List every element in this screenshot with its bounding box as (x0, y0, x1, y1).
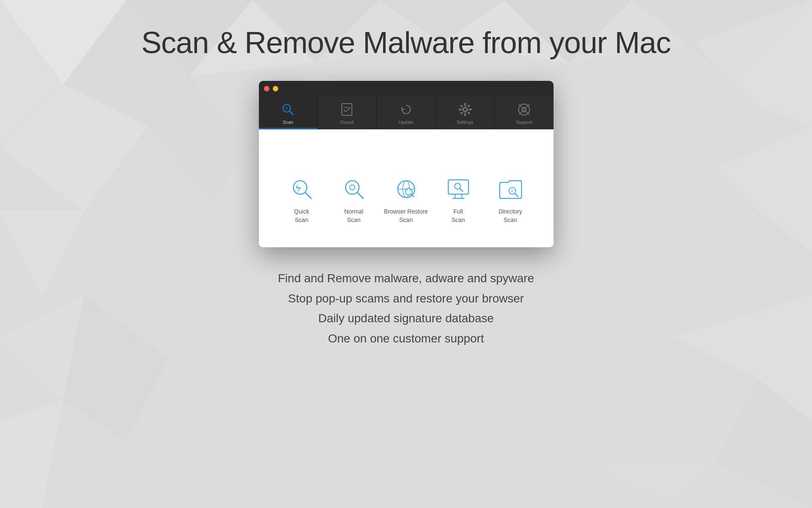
svg-point-39 (461, 105, 463, 107)
minimize-button[interactable] (273, 86, 278, 91)
svg-text:@: @ (521, 107, 527, 113)
normal-scan-label: NormalScan (344, 208, 363, 224)
tab-found-label: Found (341, 120, 354, 125)
quick-scan-icon (288, 176, 315, 203)
found-tab-icon (339, 102, 354, 117)
directory-scan-label: DirectoryScan (498, 208, 522, 224)
svg-line-29 (290, 111, 293, 115)
svg-point-42 (461, 112, 463, 114)
feature-line-1: Find and Remove malware, adware and spyw… (278, 268, 534, 289)
quick-scan-button[interactable]: QuickScan (279, 176, 325, 224)
features-section: Find and Remove malware, adware and spyw… (278, 268, 534, 348)
svg-line-53 (357, 193, 363, 198)
svg-rect-60 (448, 180, 469, 194)
svg-point-35 (464, 103, 466, 105)
full-scan-icon (445, 176, 472, 203)
svg-point-68 (511, 190, 514, 192)
browser-restore-scan-icon (393, 176, 420, 203)
tab-support[interactable]: @ Support (495, 96, 553, 129)
svg-point-54 (350, 185, 355, 190)
tab-scan[interactable]: Scan (259, 96, 318, 129)
svg-line-51 (305, 193, 311, 198)
close-button[interactable] (264, 86, 269, 91)
svg-point-37 (458, 109, 461, 111)
tab-support-label: Support (516, 120, 532, 125)
svg-point-38 (469, 109, 471, 111)
browser-restore-scan-button[interactable]: Browser RestoreScan (383, 176, 429, 224)
normal-scan-icon (341, 176, 367, 203)
settings-tab-icon (458, 102, 473, 117)
tab-update[interactable]: Update (377, 96, 436, 129)
svg-rect-31 (342, 104, 352, 115)
update-tab-icon (399, 102, 414, 117)
tab-settings-label: Settings (457, 120, 474, 125)
full-scan-label: FullScan (452, 208, 465, 224)
tab-update-label: Update (399, 120, 413, 125)
scan-tab-icon (280, 102, 296, 117)
page-headline: Scan & Remove Malware from your Mac (141, 25, 671, 60)
tab-scan-label: Scan (283, 120, 293, 125)
svg-point-30 (285, 107, 288, 110)
svg-point-33 (463, 108, 467, 111)
main-content: QuickScan NormalScan (259, 129, 554, 247)
svg-point-36 (464, 114, 466, 116)
browser-restore-scan-label: Browser RestoreScan (384, 208, 428, 224)
quick-scan-label: QuickScan (294, 208, 309, 224)
svg-point-40 (468, 112, 470, 114)
directory-scan-icon (497, 176, 524, 203)
tab-settings[interactable]: Settings (436, 96, 495, 129)
feature-line-2: Stop pop-up scams and restore your brows… (278, 289, 534, 309)
scan-grid: QuickScan NormalScan (276, 176, 537, 224)
svg-point-41 (468, 105, 470, 107)
tab-found[interactable]: Found (318, 96, 377, 129)
toolbar: Scan Found Update (259, 96, 554, 129)
app-window: Scan Found Update (259, 81, 554, 247)
full-scan-button[interactable]: FullScan (435, 176, 482, 224)
svg-line-67 (515, 193, 518, 197)
directory-scan-button[interactable]: DirectoryScan (487, 176, 534, 224)
support-tab-icon: @ (516, 102, 532, 117)
normal-scan-button[interactable]: NormalScan (331, 176, 377, 224)
title-bar (259, 81, 554, 96)
feature-line-4: One on one customer support (278, 329, 534, 349)
feature-line-3: Daily updated signature database (278, 308, 534, 329)
svg-line-65 (460, 188, 463, 191)
